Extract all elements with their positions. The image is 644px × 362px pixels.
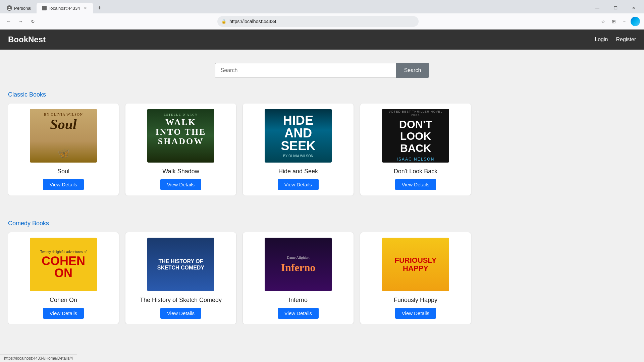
close-window-button[interactable]: ✕ bbox=[626, 3, 641, 13]
dont-subtitle: VOTED BEST THRILLER NOVEL 20XX bbox=[385, 110, 446, 117]
navbar-links: Login Register bbox=[595, 37, 636, 43]
book-card-inferno: Dante Alighieri Inferno Inferno View Det… bbox=[243, 232, 354, 324]
inferno-view-details-button[interactable]: View Details bbox=[278, 308, 319, 319]
profile-icon bbox=[7, 5, 12, 11]
search-input[interactable] bbox=[215, 63, 396, 78]
address-bar-wrapper: 🔒 bbox=[217, 16, 419, 27]
book-cover-sketch: THE HISTORY OFSKETCH COMEDY bbox=[147, 238, 214, 291]
comedy-books-title[interactable]: Comedy Books bbox=[8, 220, 49, 227]
search-section: Search bbox=[8, 63, 636, 78]
book-cover-furious: FURIOUSLYHAPPY bbox=[382, 238, 449, 291]
navbar-brand: BookNest bbox=[8, 35, 595, 44]
inferno-book-name: Inferno bbox=[289, 297, 308, 304]
hide-author: BY OLIVIA WILSON bbox=[283, 154, 313, 158]
furious-book-name: Furiously Happy bbox=[394, 297, 437, 304]
more-button[interactable]: ··· bbox=[620, 17, 629, 26]
classic-books-section: Classic Books BY OLIVIA WILSON Soul 🦋 So… bbox=[8, 91, 636, 195]
book-card-cohen: Twenty delightful adventures of COHENON … bbox=[8, 232, 119, 324]
active-tab[interactable]: localhost:44334 ✕ bbox=[37, 3, 93, 13]
edge-icon bbox=[631, 17, 640, 26]
back-button[interactable]: ← bbox=[4, 17, 13, 26]
forward-button[interactable]: → bbox=[16, 17, 25, 26]
address-bar-row: ← → ↻ 🔒 ☆ ⊞ ··· bbox=[0, 13, 644, 29]
cohen-view-details-button[interactable]: View Details bbox=[43, 308, 84, 319]
book-card-soul: BY OLIVIA WILSON Soul 🦋 Soul View Detail… bbox=[8, 104, 119, 195]
soul-subtitle: BY OLIVIA WILSON bbox=[44, 112, 83, 116]
browser-chrome: Personal localhost:44334 ✕ + — ❐ ✕ ← → ↻… bbox=[0, 0, 644, 29]
walk-shadow-view-details-button[interactable]: View Details bbox=[160, 179, 201, 190]
book-cover-cohen: Twenty delightful adventures of COHENON bbox=[30, 238, 97, 291]
inferno-title: Inferno bbox=[281, 261, 315, 274]
cohen-subtitle: Twenty delightful adventures of bbox=[40, 250, 87, 254]
tab-title: localhost:44334 bbox=[49, 6, 80, 11]
tab-close-button[interactable]: ✕ bbox=[83, 5, 88, 11]
soul-title: Soul bbox=[50, 116, 76, 132]
furious-title: FURIOUSLYHAPPY bbox=[394, 256, 436, 273]
walk-title: WALKINTO THESHADOW bbox=[156, 118, 206, 146]
tab-bar: Personal localhost:44334 ✕ + — ❐ ✕ bbox=[0, 0, 644, 13]
book-card-dont-look-back: VOTED BEST THRILLER NOVEL 20XX DON'TLOOK… bbox=[360, 104, 471, 195]
profile-label: Personal bbox=[14, 6, 31, 11]
app-wrapper: BookNest Login Register Search Classic B… bbox=[0, 29, 644, 346]
soul-butterfly: 🦋 bbox=[57, 147, 70, 159]
login-link[interactable]: Login bbox=[595, 37, 608, 43]
address-right-icons: ☆ ⊞ ··· bbox=[598, 17, 640, 26]
section-divider bbox=[8, 209, 636, 209]
lock-icon: 🔒 bbox=[221, 19, 226, 24]
comedy-books-section: Comedy Books Twenty delightful adventure… bbox=[8, 220, 636, 324]
book-cover-dont: VOTED BEST THRILLER NOVEL 20XX DON'TLOOK… bbox=[382, 109, 449, 163]
classic-books-title[interactable]: Classic Books bbox=[8, 91, 46, 98]
tab-favicon bbox=[42, 6, 47, 10]
book-card-sketch: THE HISTORY OFSKETCH COMEDY The History … bbox=[125, 232, 236, 324]
dont-look-back-book-name: Don't Look Back bbox=[394, 168, 438, 175]
minimize-button[interactable]: — bbox=[590, 3, 605, 13]
soul-book-name: Soul bbox=[57, 168, 69, 175]
book-card-hide-seek: HIDEANDSEEK BY OLIVIA WILSON Hide and Se… bbox=[243, 104, 354, 195]
hide-seek-book-name: Hide and Seek bbox=[278, 168, 318, 175]
walk-shadow-book-name: Walk Shadow bbox=[162, 168, 199, 175]
cohen-book-name: Cohen On bbox=[50, 297, 77, 304]
soul-view-details-button[interactable]: View Details bbox=[43, 179, 84, 190]
book-cover-walk: ESTELLE D'ARCY WALKINTO THESHADOW bbox=[147, 109, 214, 163]
dont-look-back-view-details-button[interactable]: View Details bbox=[395, 179, 436, 190]
address-bar-input[interactable] bbox=[217, 16, 419, 27]
book-cover-soul: BY OLIVIA WILSON Soul 🦋 bbox=[30, 109, 97, 163]
maximize-button[interactable]: ❐ bbox=[608, 3, 623, 13]
dont-title: DON'TLOOKBACK bbox=[399, 119, 432, 154]
sketch-book-name: The History of Sketch Comedy bbox=[140, 297, 222, 304]
new-tab-button[interactable]: + bbox=[95, 3, 104, 13]
browser-profile[interactable]: Personal bbox=[3, 3, 35, 13]
address-bar-container: 🔒 bbox=[40, 16, 596, 27]
reload-button[interactable]: ↻ bbox=[28, 17, 38, 26]
svg-point-0 bbox=[9, 7, 10, 8]
hide-title: HIDEANDSEEK bbox=[281, 114, 315, 152]
classic-books-grid: BY OLIVIA WILSON Soul 🦋 Soul View Detail… bbox=[8, 104, 636, 195]
search-button[interactable]: Search bbox=[396, 63, 429, 78]
sketch-title: THE HISTORY OFSKETCH COMEDY bbox=[157, 258, 204, 271]
navbar: BookNest Login Register bbox=[0, 29, 644, 50]
sketch-view-details-button[interactable]: View Details bbox=[160, 308, 201, 319]
window-controls: — ❐ ✕ bbox=[590, 3, 641, 13]
book-cover-hide: HIDEANDSEEK BY OLIVIA WILSON bbox=[265, 109, 332, 163]
inferno-author: Dante Alighieri bbox=[287, 255, 310, 259]
furious-view-details-button[interactable]: View Details bbox=[395, 308, 436, 319]
book-cover-inferno: Dante Alighieri Inferno bbox=[265, 238, 332, 291]
favorites-icon[interactable]: ☆ bbox=[598, 17, 608, 26]
walk-subtitle: ESTELLE D'ARCY bbox=[164, 113, 198, 116]
main-content: Search Classic Books BY OLIVIA WILSON So… bbox=[0, 50, 644, 346]
comedy-books-grid: Twenty delightful adventures of COHENON … bbox=[8, 232, 636, 324]
register-link[interactable]: Register bbox=[616, 37, 636, 43]
collections-icon[interactable]: ⊞ bbox=[609, 17, 619, 26]
dont-author: ISAAC NELSON bbox=[397, 157, 435, 162]
book-card-furious: FURIOUSLYHAPPY Furiously Happy View Deta… bbox=[360, 232, 471, 324]
hide-seek-view-details-button[interactable]: View Details bbox=[278, 179, 319, 190]
cohen-title: COHENON bbox=[42, 255, 85, 279]
book-card-walk-shadow: ESTELLE D'ARCY WALKINTO THESHADOW Walk S… bbox=[125, 104, 236, 195]
